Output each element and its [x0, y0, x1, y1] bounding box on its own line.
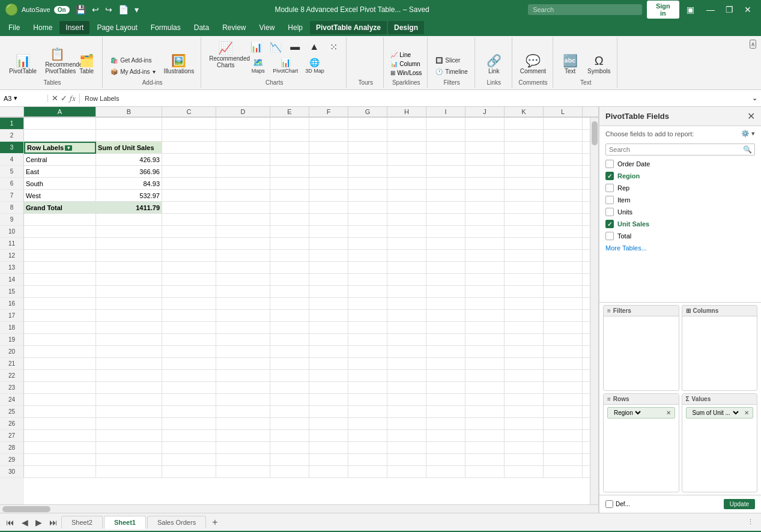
- tab-scroll-left-button[interactable]: ◀: [18, 516, 32, 528]
- menu-insert[interactable]: Insert: [59, 21, 89, 34]
- cell-i22[interactable]: [426, 370, 465, 382]
- bar-chart-button[interactable]: ▬: [286, 40, 304, 55]
- cell-k27[interactable]: [505, 430, 544, 442]
- row-num-18[interactable]: 18: [0, 322, 24, 334]
- cell-l25[interactable]: [544, 406, 583, 418]
- horizontal-scrollbar[interactable]: [0, 504, 598, 513]
- cell-l7[interactable]: [544, 190, 583, 202]
- cell-e13[interactable]: [270, 262, 309, 274]
- menu-home[interactable]: Home: [27, 21, 58, 34]
- cell-j25[interactable]: [465, 406, 505, 418]
- cell-k21[interactable]: [505, 358, 544, 370]
- cell-m27[interactable]: [583, 430, 590, 442]
- cell-a10[interactable]: [24, 226, 96, 238]
- cell-g26[interactable]: [348, 418, 387, 430]
- cell-a17[interactable]: [24, 310, 96, 322]
- cell-h12[interactable]: [387, 250, 426, 262]
- cell-f7[interactable]: [309, 190, 348, 202]
- cell-e26[interactable]: [270, 418, 309, 430]
- cell-f2[interactable]: [309, 130, 348, 142]
- cell-j15[interactable]: [465, 286, 505, 298]
- cell-a16[interactable]: [24, 298, 96, 310]
- cell-k30[interactable]: [505, 466, 544, 478]
- values-field-dropdown[interactable]: Sum of Unit ...: [690, 409, 741, 417]
- cell-b19[interactable]: [96, 334, 162, 346]
- cell-d11[interactable]: [216, 238, 270, 250]
- cell-e23[interactable]: [270, 382, 309, 394]
- col-header-c[interactable]: C: [162, 107, 216, 117]
- cell-b8[interactable]: 1411.79: [96, 202, 162, 214]
- cell-f9[interactable]: [309, 214, 348, 226]
- cell-m19[interactable]: [583, 334, 590, 346]
- cell-c23[interactable]: [162, 382, 216, 394]
- cell-b14[interactable]: [96, 274, 162, 286]
- row-num-15[interactable]: 15: [0, 286, 24, 298]
- recommended-charts-button[interactable]: 📈 Recommended Charts: [206, 40, 245, 71]
- cell-m22[interactable]: [583, 370, 590, 382]
- cell-d27[interactable]: [216, 430, 270, 442]
- cell-m13[interactable]: [583, 262, 590, 274]
- cell-g23[interactable]: [348, 382, 387, 394]
- col-header-b[interactable]: B: [96, 107, 162, 117]
- pivot-panel-close-button[interactable]: ✕: [747, 110, 755, 122]
- cell-m29[interactable]: [583, 454, 590, 466]
- cell-f20[interactable]: [309, 346, 348, 358]
- cell-a20[interactable]: [24, 346, 96, 358]
- menu-pivottable-analyze[interactable]: PivotTable Analyze: [310, 21, 387, 34]
- cell-c12[interactable]: [162, 250, 216, 262]
- cell-j17[interactable]: [465, 310, 505, 322]
- cell-c19[interactable]: [162, 334, 216, 346]
- cell-f17[interactable]: [309, 310, 348, 322]
- cell-l20[interactable]: [544, 346, 583, 358]
- cell-l6[interactable]: [544, 178, 583, 190]
- cell-h17[interactable]: [387, 310, 426, 322]
- cell-k20[interactable]: [505, 346, 544, 358]
- cell-c27[interactable]: [162, 430, 216, 442]
- cell-k25[interactable]: [505, 406, 544, 418]
- cell-m16[interactable]: [583, 298, 590, 310]
- cell-i13[interactable]: [426, 262, 465, 274]
- cell-h21[interactable]: [387, 358, 426, 370]
- cell-c6[interactable]: [162, 178, 216, 190]
- cell-d26[interactable]: [216, 418, 270, 430]
- cell-l11[interactable]: [544, 238, 583, 250]
- cell-h6[interactable]: [387, 178, 426, 190]
- cell-e27[interactable]: [270, 430, 309, 442]
- cell-i8[interactable]: [426, 202, 465, 214]
- cell-e10[interactable]: [270, 226, 309, 238]
- cell-m6[interactable]: [583, 178, 590, 190]
- cell-d25[interactable]: [216, 406, 270, 418]
- cell-e25[interactable]: [270, 406, 309, 418]
- cell-i26[interactable]: [426, 418, 465, 430]
- cell-l13[interactable]: [544, 262, 583, 274]
- minimize-button[interactable]: —: [702, 5, 720, 14]
- cell-m11[interactable]: [583, 238, 590, 250]
- cell-g11[interactable]: [348, 238, 387, 250]
- row-num-13[interactable]: 13: [0, 262, 24, 274]
- cell-m9[interactable]: [583, 214, 590, 226]
- cell-f12[interactable]: [309, 250, 348, 262]
- cell-k12[interactable]: [505, 250, 544, 262]
- cell-k6[interactable]: [505, 178, 544, 190]
- menu-file[interactable]: File: [2, 21, 26, 34]
- cell-h25[interactable]: [387, 406, 426, 418]
- autosave-toggle[interactable]: On: [54, 6, 70, 14]
- cell-d20[interactable]: [216, 346, 270, 358]
- cell-e22[interactable]: [270, 370, 309, 382]
- cell-k15[interactable]: [505, 286, 544, 298]
- cell-b4[interactable]: 426.93: [96, 154, 162, 166]
- row-num-21[interactable]: 21: [0, 358, 24, 370]
- cell-k19[interactable]: [505, 334, 544, 346]
- cell-a7[interactable]: West: [24, 190, 96, 202]
- cell-f23[interactable]: [309, 382, 348, 394]
- cell-m30[interactable]: [583, 466, 590, 478]
- cell-j9[interactable]: [465, 214, 505, 226]
- cell-f6[interactable]: [309, 178, 348, 190]
- rows-item-remove-icon[interactable]: ✕: [666, 410, 671, 416]
- cell-d23[interactable]: [216, 382, 270, 394]
- cell-e30[interactable]: [270, 466, 309, 478]
- cell-i10[interactable]: [426, 226, 465, 238]
- cell-e4[interactable]: [270, 154, 309, 166]
- cell-d22[interactable]: [216, 370, 270, 382]
- cell-b6[interactable]: 84.93: [96, 178, 162, 190]
